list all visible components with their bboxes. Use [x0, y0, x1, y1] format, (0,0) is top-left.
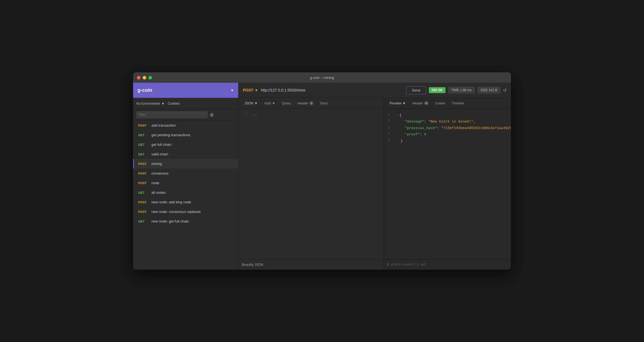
- method-badge: POST: [138, 124, 149, 127]
- method-dropdown-icon: ▼: [254, 88, 258, 92]
- sidebar-dropdown-icon[interactable]: ▼: [231, 89, 234, 92]
- tab-cookie[interactable]: Cookie: [432, 100, 448, 107]
- request-body: 1 ...: [238, 109, 383, 259]
- method-badge: POST: [138, 181, 149, 185]
- item-label: mining: [151, 162, 162, 166]
- method-badge: POST: [138, 201, 149, 204]
- tab-json[interactable]: JSON ▼: [242, 100, 260, 107]
- code-line-4: 4 "proof" : 9: [388, 131, 511, 138]
- item-label: add transaction: [151, 123, 176, 127]
- tab-header[interactable]: Header 1: [295, 100, 316, 107]
- response-tabs: Preview ▼ Header 4 Cookie Timeline: [384, 98, 511, 109]
- item-label: get full chain: [151, 142, 171, 147]
- method-badge: GET: [138, 143, 149, 146]
- item-label: consensus: [151, 171, 168, 175]
- cookies-button[interactable]: Cookies: [168, 102, 180, 106]
- sidebar-item-get-pending-transactions[interactable]: GETget pending transactions: [133, 130, 238, 140]
- request-footer: Beautify JSON: [238, 259, 383, 270]
- traffic-lights: [137, 76, 152, 79]
- send-button[interactable]: Send: [406, 86, 426, 94]
- request-panel: JSON ▼ Auth ▼ Query Header 1: [238, 98, 384, 270]
- close-button[interactable]: [137, 76, 140, 79]
- tab-query[interactable]: Query: [279, 100, 294, 107]
- item-label: get pending transactions: [151, 133, 190, 137]
- sidebar-item-mining[interactable]: POSTmining: [133, 159, 238, 169]
- tab-timeline[interactable]: Timeline: [449, 100, 467, 107]
- environment-dropdown[interactable]: No Environment ▼: [136, 102, 165, 106]
- url-input[interactable]: [261, 88, 403, 92]
- item-label: new node: consensus replaced: [151, 210, 200, 214]
- beautify-button[interactable]: Beautify JSON: [242, 263, 263, 267]
- method-badge: POST: [138, 210, 149, 213]
- method-badge: POST: [138, 172, 149, 175]
- sidebar-item-all-nodes[interactable]: GETall nodes: [133, 188, 238, 197]
- sidebar-env-bar: No Environment ▼ Cookies: [133, 98, 238, 109]
- refresh-icon[interactable]: ↺: [503, 88, 507, 93]
- sidebar-item-new-node:-consensus-replaced[interactable]: POSTnew node: consensus replaced: [133, 207, 238, 216]
- time-badge: TIME 1.88 ms: [448, 87, 475, 93]
- method-label: POST: [243, 88, 253, 92]
- method-badge: GET: [138, 153, 149, 156]
- method-badge: GET: [138, 191, 149, 194]
- code-line-2: 2 "message" : "New block is mined!" ,: [388, 118, 511, 125]
- response-body: 1 ▾ { 2 "message" : "New block is mined!…: [384, 109, 511, 259]
- sidebar: g-coin ▼ No Environment ▼ Cookies ⊕ POST…: [133, 83, 238, 270]
- minimize-button[interactable]: [143, 76, 146, 79]
- sidebar-filter-bar: ⊕: [133, 109, 238, 121]
- response-footer: ?: [384, 259, 511, 270]
- method-badge: POST: [138, 162, 149, 166]
- request-bar: POST ▼ Send 200 OK TIME 1.88 ms SIZE 142…: [238, 83, 511, 98]
- sidebar-item-node[interactable]: POSTnode: [133, 178, 238, 188]
- sidebar-title: g-coin: [137, 87, 152, 93]
- maximize-button[interactable]: [148, 76, 152, 79]
- sidebar-item-consensus[interactable]: POSTconsensus: [133, 169, 238, 178]
- item-label: valid chain: [151, 152, 168, 156]
- code-line-5: 5 }: [388, 138, 511, 144]
- code-line-3: 3 "previous_hash" : "715bf103bea405593cd…: [388, 125, 511, 131]
- item-label: new node: add king node: [151, 200, 191, 204]
- sidebar-item-valid-chain[interactable]: GETvalid chain: [133, 149, 238, 159]
- code-line-1: 1 ▾ {: [388, 112, 511, 118]
- add-collection-button[interactable]: ⊕: [210, 112, 214, 117]
- filter-input[interactable]: [136, 112, 208, 118]
- method-badge: GET: [138, 133, 149, 137]
- size-badge: SIZE 142 B: [478, 87, 500, 93]
- jsonpath-input[interactable]: [387, 263, 427, 267]
- method-badge: GET: [138, 220, 149, 223]
- tab-resp-header[interactable]: Header 4: [410, 100, 431, 107]
- tab-preview[interactable]: Preview ▼: [387, 100, 409, 107]
- sidebar-header: g-coin ▼: [133, 83, 238, 98]
- status-badge: 200 OK: [429, 87, 445, 93]
- request-tabs: JSON ▼ Auth ▼ Query Header 1: [238, 98, 383, 109]
- response-panel: Preview ▼ Header 4 Cookie Timeline: [384, 98, 511, 270]
- sidebar-item-new-node:-get-full-chain[interactable]: GETnew node: get full chain: [133, 216, 238, 226]
- item-label: new node: get full chain: [151, 219, 189, 223]
- tab-docs[interactable]: Docs: [317, 100, 330, 107]
- window-title: g-coin – mining: [310, 76, 334, 80]
- sidebar-item-add-transaction[interactable]: POSTadd transaction: [133, 121, 238, 130]
- main-panel: POST ▼ Send 200 OK TIME 1.88 ms SIZE 142…: [238, 83, 511, 270]
- titlebar: g-coin – mining: [133, 72, 511, 83]
- sidebar-item-new-node:-add-king-node[interactable]: POSTnew node: add king node: [133, 197, 238, 207]
- tab-auth[interactable]: Auth ▼: [261, 100, 278, 107]
- sidebar-item-get-full-chain[interactable]: GETget full chain: [133, 140, 238, 149]
- method-select[interactable]: POST ▼: [243, 88, 258, 92]
- item-label: all nodes: [151, 190, 166, 195]
- item-label: node: [151, 181, 159, 185]
- sidebar-list: POSTadd transactionGETget pending transa…: [133, 121, 238, 270]
